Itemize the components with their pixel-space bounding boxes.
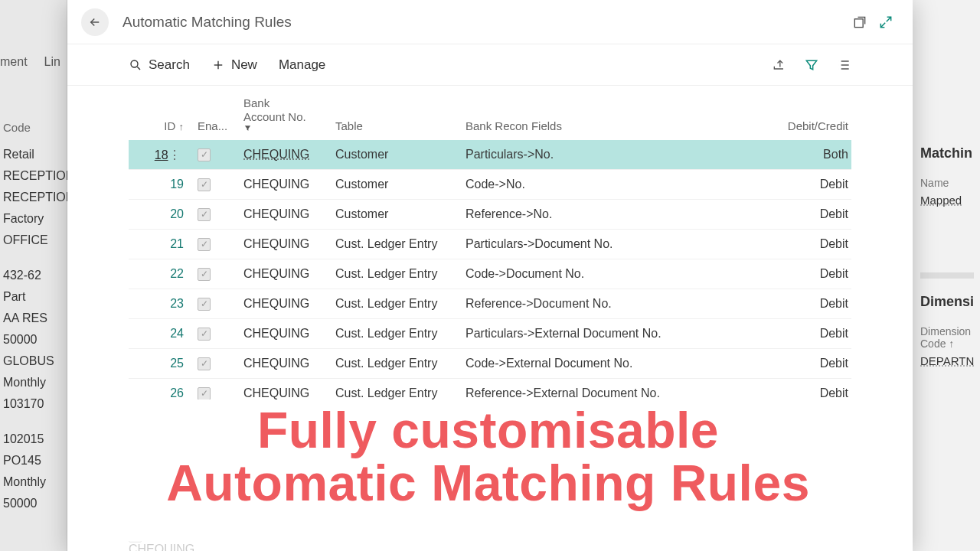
funnel-icon xyxy=(243,124,335,132)
col-bank[interactable]: Bank Account No. xyxy=(243,96,335,132)
col-dc[interactable]: Debit/Credit xyxy=(749,119,848,132)
bg-right-dim-value: DEPARTN xyxy=(920,354,974,367)
list-view-button[interactable] xyxy=(836,57,851,73)
row-bank: CHEQUING xyxy=(243,386,335,400)
row-recon: Particulars->No. xyxy=(466,148,749,161)
table-row[interactable]: 20✓CHEQUINGCustomerReference->No.Debit xyxy=(129,200,851,230)
bg-list-item: 103170 xyxy=(0,393,67,415)
new-label: New xyxy=(231,57,257,73)
row-table: Cust. Ledger Entry xyxy=(335,327,466,341)
col-table[interactable]: Table xyxy=(335,119,466,132)
row-dc: Debit xyxy=(749,267,848,281)
caption-line1: Fully customisable xyxy=(114,404,862,457)
checkbox-icon[interactable]: ✓ xyxy=(198,357,211,370)
row-table: Cust. Ledger Entry xyxy=(335,237,466,251)
checkbox-icon[interactable]: ✓ xyxy=(198,238,211,251)
svg-point-1 xyxy=(131,60,138,67)
bg-tab: Lin xyxy=(44,55,60,86)
title-bar: Automatic Matching Rules xyxy=(67,0,913,44)
row-table: Customer xyxy=(335,178,466,191)
bg-left-list: RetailRECEPTIONRECEPTION 2FactoryOFFICE4… xyxy=(0,144,67,514)
bg-list-item: 102015 xyxy=(0,429,67,450)
row-dc: Debit xyxy=(749,178,848,191)
row-id-link[interactable]: 23 xyxy=(170,297,184,310)
filter-icon xyxy=(804,57,819,73)
row-recon: Reference->External Document No. xyxy=(466,386,749,400)
table-row[interactable]: 18 ⋮✓CHEQUINGCustomerParticulars->No.Bot… xyxy=(129,140,851,170)
col-recon[interactable]: Bank Recon Fields xyxy=(466,119,749,132)
col-id[interactable]: ID ↑ xyxy=(129,119,198,132)
row-dc: Debit xyxy=(749,357,848,370)
popout-icon xyxy=(852,15,867,30)
row-table: Customer xyxy=(335,207,466,221)
bg-right-panel: Matchin Name Mapped Dimensi Dimension Co… xyxy=(913,0,980,551)
arrow-left-icon xyxy=(88,15,102,29)
new-button[interactable]: New xyxy=(211,57,257,73)
row-id-link[interactable]: 26 xyxy=(170,386,184,399)
checkbox-icon[interactable]: ✓ xyxy=(198,178,211,191)
row-table: Customer xyxy=(335,148,466,161)
row-table: Cust. Ledger Entry xyxy=(335,267,466,281)
bg-right-dim-label: Dimension Code ↑ xyxy=(920,325,974,350)
row-bank: CHEQUING xyxy=(243,327,335,341)
checkbox-icon[interactable]: ✓ xyxy=(198,387,211,400)
grid-header: ID ↑ Ena... Bank Account No. Table Bank … xyxy=(129,86,851,140)
checkbox-icon[interactable]: ✓ xyxy=(198,298,211,311)
open-new-window-button[interactable] xyxy=(847,9,873,35)
row-id-link[interactable]: 22 xyxy=(170,267,184,280)
search-button[interactable]: Search xyxy=(129,57,190,73)
row-recon: Reference->Document No. xyxy=(466,297,749,311)
col-enabled[interactable]: Ena... xyxy=(198,119,243,132)
row-id-link[interactable]: 21 xyxy=(170,237,184,250)
row-dc: Debit xyxy=(749,327,848,341)
row-table: Cust. Ledger Entry xyxy=(335,297,466,311)
row-id-link[interactable]: 19 xyxy=(170,178,184,191)
table-row[interactable]: 23✓CHEQUINGCust. Ledger EntryReference->… xyxy=(129,289,851,319)
row-bank: CHEQUING xyxy=(243,267,335,281)
share-icon xyxy=(772,57,787,73)
bg-scrollbar xyxy=(920,272,974,279)
row-menu-button[interactable]: ⋮ xyxy=(168,148,181,161)
table-row[interactable]: 21✓CHEQUINGCust. Ledger EntryParticulars… xyxy=(129,230,851,259)
bg-list-item: PO145 xyxy=(0,450,67,471)
row-id-link[interactable]: 25 xyxy=(170,357,184,370)
checkbox-icon[interactable]: ✓ xyxy=(198,208,211,221)
row-id-link[interactable]: 18 xyxy=(155,148,168,161)
bg-right-name-value: Mapped xyxy=(920,194,974,207)
expand-button[interactable] xyxy=(873,9,899,35)
bg-list-item: Factory xyxy=(0,208,67,230)
filter-button[interactable] xyxy=(804,57,819,73)
row-bank: CHEQUING xyxy=(243,178,335,191)
bg-list-item: 432-62 xyxy=(0,265,67,286)
list-icon xyxy=(836,57,851,73)
back-button[interactable] xyxy=(81,8,109,36)
expand-icon xyxy=(878,15,893,30)
checkbox-icon[interactable]: ✓ xyxy=(198,268,211,281)
page-title: Automatic Matching Rules xyxy=(122,14,292,31)
table-row[interactable]: 22✓CHEQUINGCust. Ledger EntryCode->Docum… xyxy=(129,259,851,289)
row-recon: Code->External Document No. xyxy=(466,357,749,370)
checkbox-icon[interactable]: ✓ xyxy=(198,148,211,161)
row-recon: Particulars->External Document No. xyxy=(466,327,749,341)
bg-right-name-label: Name xyxy=(920,177,974,189)
bg-list-item: RECEPTION xyxy=(0,165,67,187)
table-row[interactable]: 25✓CHEQUINGCust. Ledger EntryCode->Exter… xyxy=(129,349,851,379)
row-dc: Debit xyxy=(749,297,848,311)
table-row[interactable]: 19✓CHEQUINGCustomerCode->No.Debit xyxy=(129,170,851,200)
bg-code-header: Code xyxy=(0,118,34,137)
row-dc: Debit xyxy=(749,386,848,400)
manage-menu[interactable]: Manage xyxy=(279,57,325,73)
table-row[interactable]: 24✓CHEQUINGCust. Ledger EntryParticulars… xyxy=(129,319,851,349)
manage-label: Manage xyxy=(279,57,325,73)
bg-list-item xyxy=(0,415,67,429)
row-recon: Reference->No. xyxy=(466,207,749,221)
share-button[interactable] xyxy=(772,57,787,73)
sort-asc-icon: ↑ xyxy=(179,121,185,132)
row-id-link[interactable]: 24 xyxy=(170,327,184,340)
row-recon: Particulars->Document No. xyxy=(466,237,749,251)
row-table: Cust. Ledger Entry xyxy=(335,386,466,400)
row-bank: CHEQUING xyxy=(243,357,335,370)
row-id-link[interactable]: 20 xyxy=(170,207,184,220)
checkbox-icon[interactable]: ✓ xyxy=(198,328,211,341)
bg-list-item: Monthly xyxy=(0,372,67,393)
